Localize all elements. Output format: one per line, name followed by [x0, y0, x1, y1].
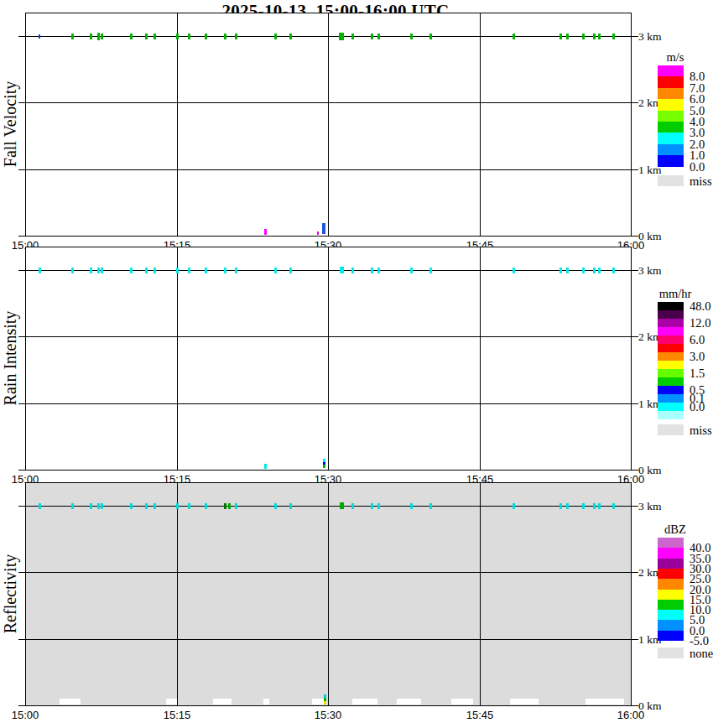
echo-mark: [224, 34, 226, 39]
echo-mark: [513, 503, 515, 509]
axis-tick-left: [18, 403, 25, 404]
echo-mark: [130, 34, 133, 39]
no-data-gap: [60, 699, 81, 705]
axis-tick-left: [18, 572, 25, 573]
axis-tick-left: [18, 169, 25, 170]
legend-band: [658, 344, 684, 352]
axis-tick-right: [631, 470, 638, 471]
axis-tick-left: [18, 336, 25, 337]
panel-label-fall-velocity: Fall Velocity: [1, 40, 19, 208]
echo-mark: [559, 503, 562, 509]
axis-tick-left: [18, 639, 25, 640]
echo-mark: [612, 34, 615, 39]
echo-mark: [154, 268, 156, 273]
echo-mark: [593, 34, 596, 39]
echo-mark: [39, 503, 41, 509]
echo-mark: [612, 503, 615, 509]
echo-mark: [582, 503, 585, 509]
legend-band: [658, 569, 684, 579]
x-axis-label: 15:30: [310, 709, 346, 721]
axis-tick-right: [631, 169, 638, 170]
legend-band-label: 6.0: [690, 333, 705, 346]
echo-mark: [71, 503, 74, 509]
echo-mark: [582, 34, 585, 39]
no-data-gap: [397, 699, 421, 705]
legend-band-label: 12.0: [690, 316, 710, 330]
echo-mark: [97, 503, 100, 509]
no-data-gap: [166, 699, 177, 705]
echo-mark: [339, 33, 344, 40]
echo-mark: [593, 268, 596, 273]
legend-band-label: 0.0: [690, 160, 705, 174]
axis-tick-right: [631, 705, 638, 706]
y-axis-label: 3 km: [638, 30, 661, 43]
echo-mark: [154, 34, 156, 39]
echo-mark: [351, 503, 354, 509]
x-axis-label: 16:00: [612, 709, 649, 721]
x-axis-label: 15:45: [461, 709, 498, 721]
echo-mark: [513, 34, 515, 39]
echo-mark: [224, 268, 226, 273]
legend-band: [658, 620, 684, 631]
echo-mark: [371, 34, 373, 39]
legend-band-label: 0.0: [690, 400, 705, 413]
legend-miss-swatch: [658, 175, 684, 186]
echo-mark: [582, 268, 585, 273]
legend-band: [658, 302, 684, 310]
y-axis-label: 3 km: [638, 500, 661, 512]
echo-mark: [513, 268, 515, 273]
gridline-vertical: [177, 13, 178, 236]
echo-mark: [410, 503, 413, 509]
legend-band: [658, 352, 684, 361]
legend-band-label: -5.0: [690, 634, 709, 647]
axis-tick-right: [631, 336, 638, 337]
echo-mark: [90, 503, 92, 509]
echo-mark: [235, 268, 237, 273]
axis-tick-right: [631, 639, 638, 640]
echo-mark: [130, 503, 133, 509]
echo-mark: [410, 268, 413, 273]
legend-title-reflectivity-scale: dBZ: [642, 523, 709, 536]
surface-echo-mark: [324, 701, 326, 705]
gridline-vertical: [480, 13, 481, 236]
surface-echo-mark: [323, 465, 325, 468]
axis-tick-right: [631, 270, 638, 271]
legend-miss-label: miss: [690, 424, 712, 437]
echo-mark: [97, 268, 100, 273]
axis-tick-left: [18, 506, 25, 507]
surface-echo-mark: [317, 231, 319, 235]
echo-mark: [559, 268, 562, 273]
no-data-gap: [213, 699, 232, 705]
gridline-vertical: [177, 483, 178, 705]
no-data-gap: [312, 699, 324, 705]
echo-mark: [205, 34, 207, 39]
axis-tick-left: [18, 270, 25, 271]
axis-tick-right: [631, 403, 638, 404]
legend-band: [658, 155, 684, 167]
no-data-gap: [510, 699, 539, 705]
echo-mark: [176, 503, 179, 509]
legend-miss-label: miss: [690, 174, 712, 188]
gridline-horizontal: [26, 270, 631, 271]
gridline-horizontal: [26, 572, 631, 573]
echo-mark: [593, 503, 596, 509]
legend-band: [658, 548, 684, 559]
no-data-gap: [263, 699, 269, 705]
echo-mark: [566, 268, 569, 273]
gridline-horizontal: [26, 169, 631, 170]
gridline-vertical: [177, 247, 178, 470]
gridline-horizontal: [26, 336, 631, 337]
echo-mark: [289, 34, 292, 39]
legend-band: [658, 590, 684, 600]
echo-mark: [90, 34, 92, 39]
echo-mark: [235, 34, 237, 39]
echo-mark: [371, 268, 373, 273]
echo-mark: [429, 34, 432, 39]
echo-mark: [101, 268, 103, 273]
legend-band: [658, 133, 684, 144]
echo-mark: [205, 268, 207, 273]
gridline-horizontal: [26, 639, 631, 640]
echo-mark: [274, 34, 277, 39]
legend-band-label: 48.0: [690, 299, 710, 313]
legend-band: [658, 610, 684, 620]
